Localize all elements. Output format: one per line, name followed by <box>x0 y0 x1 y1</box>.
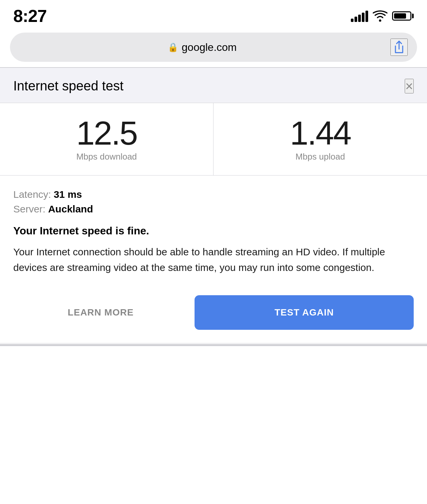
server-label: Server: <box>13 203 46 215</box>
battery-icon <box>392 11 414 21</box>
latency-value: 31 ms <box>54 189 82 200</box>
lock-icon: 🔒 <box>168 42 178 53</box>
description-text: Your Internet connection should be able … <box>13 244 414 275</box>
server-row: Server: Auckland <box>13 203 414 215</box>
upload-value: 1.44 <box>290 116 351 150</box>
signal-icon <box>351 10 368 22</box>
upload-label: Mbps upload <box>296 152 345 162</box>
latency-label: Latency: <box>13 189 51 200</box>
widget-header: Internet speed test × <box>0 68 427 103</box>
details-section: Latency: 31 ms Server: Auckland Your Int… <box>0 176 427 285</box>
wifi-icon <box>373 10 387 22</box>
widget-title: Internet speed test <box>13 78 123 93</box>
speed-test-widget: Internet speed test × 12.5 Mbps download… <box>0 67 427 343</box>
latency-row: Latency: 31 ms <box>13 189 414 200</box>
address-left: 🔒 google.com <box>19 41 385 54</box>
status-bar: 8:27 <box>0 0 427 29</box>
server-value: Auckland <box>48 203 93 215</box>
upload-cell: 1.44 Mbps upload <box>214 103 427 175</box>
share-icon <box>393 41 405 54</box>
status-time: 8:27 <box>13 6 47 26</box>
download-label: Mbps download <box>76 152 137 162</box>
learn-more-button[interactable]: LEARN MORE <box>13 301 188 324</box>
address-bar-container: 🔒 google.com <box>0 29 427 67</box>
close-button[interactable]: × <box>405 79 414 93</box>
status-icons <box>351 10 414 22</box>
download-cell: 12.5 Mbps download <box>0 103 214 175</box>
svg-point-0 <box>379 20 381 22</box>
speed-grid: 12.5 Mbps download 1.44 Mbps upload <box>0 103 427 176</box>
download-value: 12.5 <box>76 116 137 150</box>
share-button[interactable] <box>390 39 408 56</box>
address-url: google.com <box>182 41 236 54</box>
address-bar[interactable]: 🔒 google.com <box>10 33 417 62</box>
test-again-button[interactable]: TEST AGAIN <box>195 295 414 330</box>
status-message: Your Internet speed is fine. <box>13 225 414 237</box>
bottom-bar <box>0 344 427 346</box>
action-buttons: LEARN MORE TEST AGAIN <box>0 285 427 343</box>
